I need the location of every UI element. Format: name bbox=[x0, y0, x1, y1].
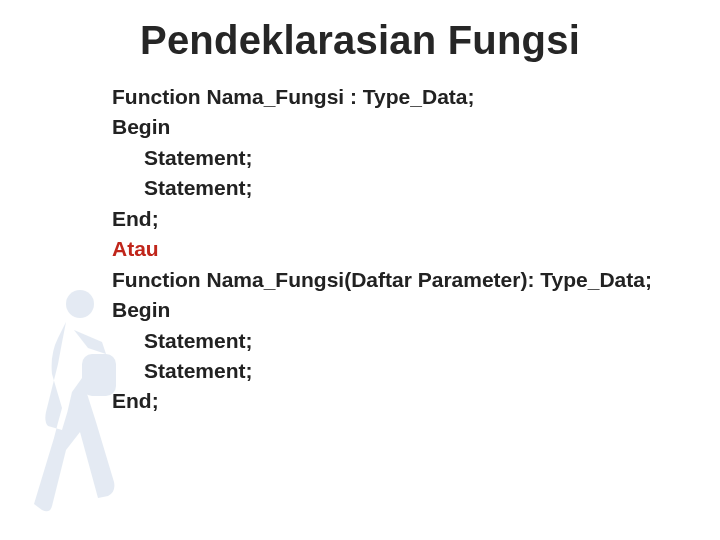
svg-rect-1 bbox=[82, 354, 116, 396]
code-line: End; bbox=[112, 386, 700, 416]
code-line: Function Nama_Fungsi(Daftar Parameter): … bbox=[112, 265, 700, 295]
code-line: Begin bbox=[112, 112, 700, 142]
slide-title: Pendeklarasian Fungsi bbox=[0, 18, 720, 63]
code-line: Begin bbox=[112, 295, 700, 325]
code-line: Function Nama_Fungsi : Type_Data; bbox=[112, 82, 700, 112]
code-line: End; bbox=[112, 204, 700, 234]
code-line: Statement; bbox=[112, 326, 700, 356]
code-line: Statement; bbox=[112, 143, 700, 173]
code-line: Statement; bbox=[112, 356, 700, 386]
code-line-atau: Atau bbox=[112, 234, 700, 264]
slide-body: Function Nama_Fungsi : Type_Data; Begin … bbox=[112, 82, 700, 417]
code-line: Statement; bbox=[112, 173, 700, 203]
svg-point-0 bbox=[66, 290, 94, 318]
